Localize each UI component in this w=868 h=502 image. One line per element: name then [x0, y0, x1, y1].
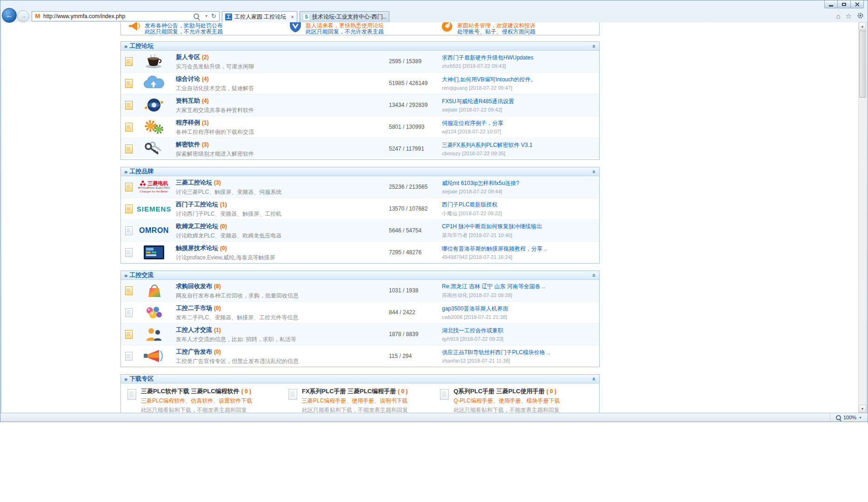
- notice-line[interactable]: 此区只能回复，不允许发表主题: [306, 29, 384, 35]
- forum-link[interactable]: 欧姆龙工控论坛: [176, 223, 218, 230]
- forum-desc: 各种工控程序样例的下载和交流: [176, 128, 389, 136]
- zoom-dropdown-icon[interactable]: ▼: [859, 416, 862, 419]
- address-bar[interactable]: M http://www.ymmfa.com/index.php ▼ ↻: [32, 11, 220, 21]
- new-post-count: (8): [214, 283, 221, 290]
- refresh-icon[interactable]: ↻: [211, 13, 216, 20]
- last-topic-link[interactable]: FX5U与威纶通R485通讯设置: [442, 98, 595, 106]
- last-topic-link[interactable]: CP1H 脉冲中断后如何恢复脉冲继续输出: [442, 223, 595, 231]
- section-exchange-forums: » 工控交流 « 求购回收发布(8) 网友自行发布各种工控回收，求购，批量回收信…: [120, 271, 600, 367]
- collapse-chevrons-icon[interactable]: «: [591, 273, 597, 277]
- gears-icon[interactable]: [137, 119, 171, 134]
- last-topic-link[interactable]: 西门子PLC最新版授权: [442, 201, 595, 209]
- forum-link[interactable]: 工控广告发布: [176, 348, 212, 355]
- last-topic-link[interactable]: 供应正品TBI导轨丝杆西门子PLC模块价格 ..: [442, 349, 595, 357]
- dropdown-icon[interactable]: ▼: [205, 14, 208, 18]
- last-topic-link[interactable]: 求西门子最新硬件升级包HWUpdates: [442, 54, 595, 62]
- home-icon[interactable]: ⌂: [836, 13, 840, 20]
- tab-forum-home[interactable]: 工 工控人家园 工控论坛 ×: [222, 11, 297, 22]
- collapse-chevrons-icon[interactable]: «: [591, 377, 597, 380]
- last-post-meta: cwb2008 [2018-07-21 21:38]: [442, 314, 595, 320]
- new-post-count: (4): [202, 98, 209, 104]
- forum-link[interactable]: 工控人才交流: [176, 326, 212, 333]
- last-topic-link[interactable]: 三菱FX系列A系列PLC解密软件 V3.1: [442, 141, 595, 149]
- section-title[interactable]: 工控交流: [129, 271, 154, 279]
- tab-close-icon[interactable]: ×: [291, 14, 294, 20]
- new-post-count: (0): [220, 245, 227, 251]
- cloud-sync-icon[interactable]: [137, 76, 171, 91]
- last-post-meta: 菜鸟学习者 [2018-07-21 10:40]: [442, 232, 595, 239]
- section-title[interactable]: 工控论坛: [129, 42, 154, 50]
- maximize-button[interactable]: [837, 0, 851, 8]
- browser-toolbar: ⌂ ☆: [836, 12, 864, 20]
- download-sub-link[interactable]: 三菱PLC编程手册、使用手册、说明书下载: [302, 397, 408, 405]
- settings-gear-icon[interactable]: [857, 12, 864, 20]
- zoom-control[interactable]: 100% ▼: [830, 413, 862, 422]
- download-sub-link[interactable]: Q-PLC编程手册、使用手册、模块手册下载: [454, 397, 560, 405]
- forum-link[interactable]: 工控二手市场: [176, 304, 212, 311]
- scrollbar-thumb[interactable]: [859, 31, 866, 98]
- forum-link[interactable]: 新人专区: [176, 53, 200, 60]
- horn-icon: [127, 22, 141, 34]
- forum-link[interactable]: 三菱工控论坛: [176, 179, 212, 186]
- forum-link[interactable]: 西门子工控论坛: [176, 201, 218, 208]
- page-viewport: 发布各种公告，奖励与处罚公布 此区只能回复，不允许发表主题 新人请来看，更快熟悉…: [2, 22, 866, 413]
- scroll-up-button[interactable]: ▲: [859, 22, 866, 30]
- forum-desc: 大家互相交流共享各种资料软件: [176, 106, 389, 114]
- last-topic-link[interactable]: 威纶mt 6103ip怎样和fx5u连接?: [442, 179, 595, 187]
- keys-icon[interactable]: [137, 141, 171, 156]
- section-title[interactable]: 下载专区: [129, 375, 154, 383]
- vertical-scrollbar[interactable]: ▲ ▼: [858, 22, 866, 413]
- notice-line[interactable]: 处理账号、贴子、侵权方面问题: [457, 29, 535, 35]
- omron-logo[interactable]: OMRON: [137, 226, 171, 235]
- favorites-star-icon[interactable]: ☆: [846, 13, 852, 20]
- forum-link[interactable]: 综合讨论: [176, 75, 200, 82]
- new-posts-page-icon: [125, 145, 133, 153]
- url-text[interactable]: http://www.ymmfa.com/index.php: [43, 13, 193, 20]
- last-topic-link[interactable]: 大神们,如何用VB编写Intouch的控件。: [442, 76, 595, 84]
- people-icon[interactable]: [137, 327, 171, 342]
- last-topic-link[interactable]: Re:黑龙江 吉林 辽宁 山东 河南等全国各 ..: [442, 283, 595, 291]
- back-button[interactable]: ←: [2, 8, 17, 23]
- mitsubishi-logo[interactable]: 三菱电机 MITSUBISHI ELECTRIC Changes for the…: [137, 180, 171, 194]
- forum-link[interactable]: 求购回收发布: [176, 283, 212, 290]
- forward-button[interactable]: →: [17, 10, 29, 22]
- touch-panel-icon[interactable]: [137, 245, 171, 259]
- color-balls-icon[interactable]: [137, 305, 171, 320]
- download-forum-link[interactable]: 三菱PLC软件下载 三菱PLC编程软件: [141, 388, 240, 395]
- last-topic-link[interactable]: 哪位有普洛菲斯的触摸屏视频教程，分享 ..: [442, 245, 595, 253]
- forum-row: 工控广告发布(0) 工控类广告宣传专区，但禁止发布违法乱纪的信息 115 / 2…: [121, 345, 599, 367]
- last-topic-link[interactable]: 湖北找一工控合作或兼职: [442, 327, 595, 335]
- forum-link[interactable]: 资料互助: [176, 97, 200, 104]
- collapse-chevrons-icon[interactable]: «: [591, 44, 597, 47]
- section-bullet: »: [124, 43, 127, 50]
- notice-line[interactable]: 此区只能回复，不允许发表主题: [145, 29, 223, 35]
- tab-label: 工控人家园 工控论坛: [234, 13, 288, 21]
- new-post-count: ( 0 ): [547, 388, 556, 395]
- coffee-cup-icon[interactable]: [137, 54, 171, 69]
- new-post-count: (1): [214, 327, 221, 333]
- new-post-count: (3): [202, 141, 209, 148]
- forum-link[interactable]: 触摸屏技术论坛: [176, 244, 218, 251]
- tab-siemens-support[interactable]: S 技术论坛-工业支持中心-西门...: [300, 11, 389, 22]
- shopping-bag-icon[interactable]: [137, 283, 171, 298]
- minimize-button[interactable]: [824, 0, 838, 8]
- forum-desc: 发布二手PLC、变频器、触摸屏、工控元件等信息: [176, 314, 389, 322]
- download-forum-link[interactable]: Q系列PLC手册 三菱PLC使用手册: [454, 388, 545, 395]
- search-icon[interactable]: [194, 13, 199, 19]
- globe-swirl-icon[interactable]: [137, 98, 171, 112]
- minimize-icon: [829, 5, 833, 7]
- collapse-chevrons-icon[interactable]: «: [591, 170, 597, 173]
- old-posts-page-icon: [125, 352, 133, 361]
- download-forum-link[interactable]: FX系列PLC手册 三菱PLC编程手册: [302, 388, 396, 395]
- new-posts-page-icon: [125, 57, 133, 66]
- siemens-logo[interactable]: SIEMENS: [137, 205, 171, 213]
- megaphone-icon[interactable]: [137, 348, 171, 364]
- forum-link[interactable]: 程序样例: [176, 119, 200, 126]
- forum-link[interactable]: 解密软件: [176, 141, 200, 148]
- section-title[interactable]: 工控品牌: [129, 167, 154, 176]
- download-sub-link[interactable]: 三菱PLC编程软件、仿真软件、设置软件下载: [141, 397, 252, 405]
- last-topic-link[interactable]: gap3500普洛菲斯人机界面: [442, 305, 595, 313]
- close-button[interactable]: [850, 0, 864, 8]
- scroll-down-button[interactable]: ▼: [859, 405, 866, 413]
- last-topic-link[interactable]: 伺服定位程序例子，分享: [442, 119, 595, 127]
